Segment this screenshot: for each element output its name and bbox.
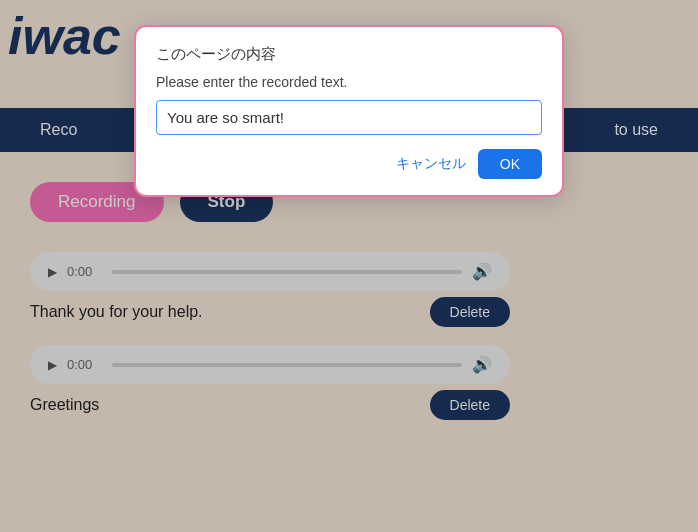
cancel-button[interactable]: キャンセル (396, 155, 466, 173)
dialog-title: このページの内容 (156, 45, 542, 64)
dialog-overlay: このページの内容 Please enter the recorded text.… (0, 0, 698, 532)
ok-button[interactable]: OK (478, 149, 542, 179)
dialog-prompt: Please enter the recorded text. (156, 74, 542, 90)
dialog-buttons: キャンセル OK (156, 149, 542, 179)
page-background: iwac Reco to use Recording Stop ▶ 0:00 🔊… (0, 0, 698, 532)
dialog: このページの内容 Please enter the recorded text.… (134, 25, 564, 197)
dialog-input[interactable] (156, 100, 542, 135)
